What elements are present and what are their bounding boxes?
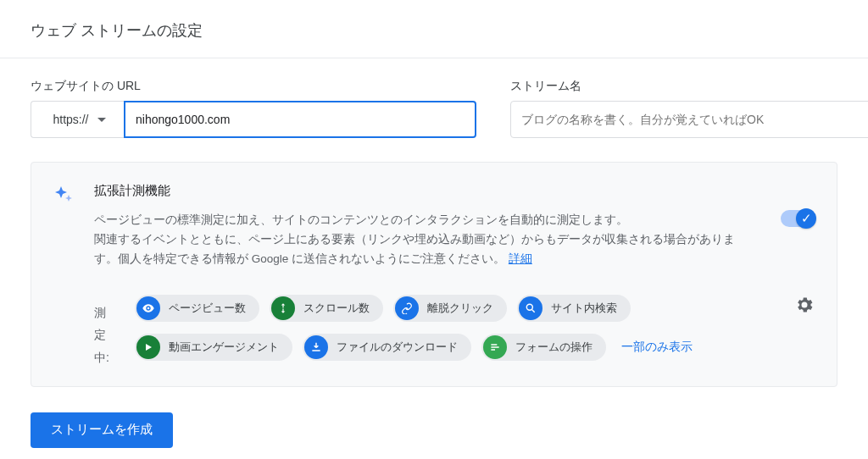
chevron-down-icon xyxy=(97,118,106,122)
enhanced-desc-2: 関連するイベントとともに、ページ上にある要素（リンクや埋め込み動画など）からもデ… xyxy=(94,233,735,265)
form-icon xyxy=(483,335,507,359)
play-icon xyxy=(136,335,160,359)
stream-name-label: ストリーム名 xyxy=(510,79,868,94)
chip-outbound-clicks: 離脱クリック xyxy=(393,295,507,322)
scroll-icon xyxy=(271,296,295,320)
svg-point-1 xyxy=(526,304,532,310)
learn-more-link[interactable]: 詳細 xyxy=(509,252,532,265)
protocol-select[interactable]: https:// xyxy=(31,101,124,138)
eye-icon xyxy=(136,296,160,320)
chip-form-interactions: フォームの操作 xyxy=(481,334,606,361)
chip-video-engagement: 動画エンゲージメント xyxy=(135,334,292,361)
stream-name-input[interactable] xyxy=(510,101,868,138)
chip-scrolls: スクロール数 xyxy=(270,295,383,322)
search-icon xyxy=(519,296,542,320)
chip-site-search: サイト内検索 xyxy=(517,295,631,322)
protocol-value: https:// xyxy=(53,113,88,126)
page-title: ウェブ ストリームの設定 xyxy=(31,20,837,41)
download-icon xyxy=(304,335,328,359)
chip-file-downloads: ファイルのダウンロード xyxy=(303,334,471,361)
enhanced-title: 拡張計測機能 xyxy=(94,183,815,199)
chip-page-views: ページビュー数 xyxy=(135,295,259,322)
sparkle-icon xyxy=(53,185,74,205)
show-less-link[interactable]: 一部のみ表示 xyxy=(621,334,693,361)
url-label: ウェブサイトの URL xyxy=(31,79,476,94)
website-url-input[interactable] xyxy=(124,101,476,138)
link-icon xyxy=(395,296,419,320)
create-stream-button[interactable]: ストリームを作成 xyxy=(31,412,173,448)
measuring-label: 測定中: xyxy=(94,301,114,369)
enhanced-toggle[interactable]: ✓ xyxy=(781,210,815,227)
measurement-chips: ページビュー数 スクロール数 離脱クリック xyxy=(135,295,745,361)
svg-point-0 xyxy=(147,307,150,309)
checkmark-icon: ✓ xyxy=(801,211,812,226)
gear-icon xyxy=(794,295,815,315)
enhanced-desc-1: ページビューの標準測定に加え、サイトのコンテンツとのインタラクションを自動的に測… xyxy=(94,213,628,226)
enhanced-measurement-card: 拡張計測機能 ページビューの標準測定に加え、サイトのコンテンツとのインタラクショ… xyxy=(31,162,837,387)
settings-button[interactable] xyxy=(794,295,815,318)
